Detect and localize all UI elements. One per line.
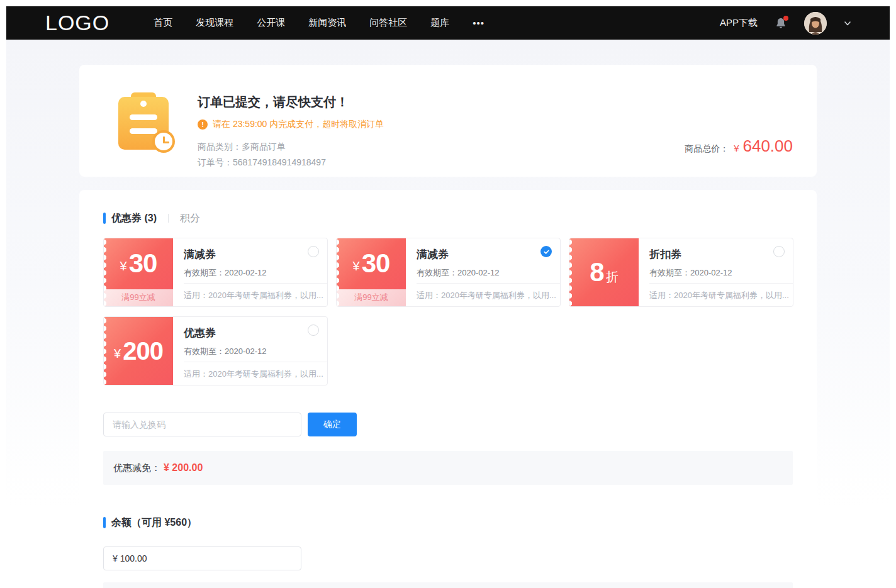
section-accent-bar: [103, 517, 106, 528]
coupon-stub: 8 折: [569, 238, 639, 306]
navbar-right: APP下载: [720, 12, 852, 35]
total-label: 商品总价：: [685, 143, 729, 155]
coupon-expiry: 有效期至：2020-02-12: [184, 267, 317, 279]
coupon-radio-selected[interactable]: [540, 246, 552, 257]
discount-label: 优惠减免：: [113, 462, 160, 474]
order-no-label: 订单号：: [198, 157, 233, 167]
balance-section-header: 余额（可用 ¥560）: [103, 516, 793, 530]
coupon-info: 优惠券 有效期至：2020-02-12 适用：2020年考研专属福利券，以用..…: [173, 317, 327, 385]
coupon-currency: ¥: [120, 259, 127, 274]
nav-item-open-classes[interactable]: 公开课: [257, 17, 285, 29]
nav-item-qa-community[interactable]: 问答社区: [369, 17, 407, 29]
logo[interactable]: LOGO: [45, 11, 109, 35]
coupon-radio[interactable]: [308, 246, 319, 257]
tab-points[interactable]: 积分: [180, 212, 200, 225]
coupon-expiry: 有效期至：2020-02-12: [417, 267, 550, 279]
coupon-title: 满减券: [417, 247, 550, 262]
coupon-expiry: 有效期至：2020-02-12: [184, 346, 317, 357]
warning-icon: !: [198, 119, 208, 130]
coupon-card-2[interactable]: ¥ 30 满99立减 满减券 有效期至：2020-02-12 适用：2020年考: [336, 238, 561, 307]
expiry-label: 有效期至：: [184, 268, 225, 277]
notification-bell-icon[interactable]: [774, 16, 788, 30]
notification-dot: [783, 16, 788, 21]
redeem-code-input[interactable]: [103, 413, 301, 436]
coupon-scope: 适用：2020年考研专属福利券，以用...: [184, 362, 327, 385]
coupon-amount: 200: [123, 337, 163, 365]
nav-links: 首页 发现课程 公开课 新闻资讯 问答社区 题库 •••: [154, 17, 484, 29]
expiry-date: 2020-02-12: [225, 268, 267, 277]
coupon-amount: 30: [129, 248, 157, 279]
coupon-condition-badge: 满99立减: [337, 289, 406, 306]
tab-coupons[interactable]: 优惠券 (3): [111, 212, 157, 225]
next-summary-bar: [103, 582, 793, 588]
order-status-title: 订单已提交，请尽快支付！: [198, 94, 384, 111]
balance-amount-input[interactable]: [103, 546, 301, 570]
coupon-amount: 8: [590, 257, 603, 287]
nav-item-home[interactable]: 首页: [154, 17, 172, 29]
coupon-title: 满减券: [184, 247, 317, 262]
coupon-radio[interactable]: [308, 325, 319, 336]
coupon-card-1[interactable]: ¥ 30 满99立减 满减券 有效期至：2020-02-12 适用：2020年考: [103, 238, 328, 307]
coupon-title: 优惠券: [184, 326, 317, 340]
section-accent-bar: [103, 213, 106, 224]
app-download-link[interactable]: APP下载: [720, 17, 758, 29]
payment-deadline-warning: ! 请在 23:59:00 内完成支付，超时将取消订单: [198, 119, 384, 130]
order-summary-card: 订单已提交，请尽快支付！ ! 请在 23:59:00 内完成支付，超时将取消订单…: [79, 65, 817, 177]
order-total: 商品总价： ¥ 640.00: [685, 136, 793, 156]
discount-amount: ¥ 200.00: [164, 462, 203, 474]
nav-item-question-bank[interactable]: 题库: [430, 17, 449, 29]
coupon-currency: ¥: [114, 347, 121, 361]
coupon-stub: ¥ 30 满99立减: [337, 238, 406, 306]
coupon-grid: ¥ 30 满99立减 满减券 有效期至：2020-02-12 适用：2020年考: [103, 238, 793, 386]
discount-summary-bar: 优惠减免： ¥ 200.00: [103, 451, 793, 485]
coupon-card-3[interactable]: 8 折 折扣券 有效期至：2020-02-12 适用：2020年考研专属福利券，…: [569, 238, 793, 307]
expiry-date: 2020-02-12: [690, 268, 732, 277]
user-avatar[interactable]: [804, 12, 827, 35]
coupon-info: 满减券 有效期至：2020-02-12 适用：2020年考研专属福利券，以用..…: [173, 238, 327, 306]
category-label: 商品类别：: [198, 141, 242, 152]
coupon-stub: ¥ 30 满99立减: [104, 238, 173, 306]
coupon-amount: 30: [362, 248, 390, 279]
coupon-scope: 适用：2020年考研专属福利券，以用...: [417, 283, 560, 306]
tab-divider: [168, 214, 169, 223]
coupon-scope: 适用：2020年考研专属福利券，以用...: [649, 283, 793, 306]
coupon-condition-badge: 满99立减: [104, 289, 173, 306]
coupon-stub: ¥ 200: [104, 317, 173, 385]
coupon-currency: ¥: [353, 259, 360, 274]
nav-item-news[interactable]: 新闻资讯: [308, 17, 346, 29]
order-no-value: 5681749184914918497: [233, 157, 326, 167]
redeem-code-row: 确定: [103, 413, 793, 436]
order-clipboard-icon: [117, 92, 170, 150]
coupon-card-4[interactable]: ¥ 200 优惠券 有效期至：2020-02-12 适用：2020年考研专属福利…: [103, 316, 328, 386]
expiry-date: 2020-02-12: [225, 347, 267, 356]
expiry-label: 有效期至：: [417, 268, 457, 277]
total-amount: 640.00: [742, 136, 793, 156]
coupon-unit: 折: [606, 269, 619, 286]
coupon-title: 折扣券: [649, 247, 783, 262]
page-content: 订单已提交，请尽快支付！ ! 请在 23:59:00 内完成支付，超时将取消订单…: [6, 40, 890, 588]
category-value: 多商品订单: [242, 141, 286, 152]
coupon-expiry: 有效期至：2020-02-12: [649, 267, 783, 279]
balance-title: 余额（可用 ¥560）: [111, 516, 197, 530]
payment-options-card: 优惠券 (3) 积分 ¥ 30 满99立减: [79, 190, 817, 588]
coupon-info: 满减券 有效期至：2020-02-12 适用：2020年考研专属福利券，以用..…: [406, 238, 560, 306]
nav-item-discover-courses[interactable]: 发现课程: [196, 17, 233, 29]
expiry-date: 2020-02-12: [457, 268, 500, 277]
expiry-label: 有效期至：: [184, 347, 225, 356]
order-number-row: 订单号：5681749184914918497: [198, 155, 384, 170]
chevron-down-icon[interactable]: [843, 19, 852, 28]
coupon-info: 折扣券 有效期至：2020-02-12 适用：2020年考研专属福利券，以用..…: [639, 238, 793, 306]
total-currency: ¥: [734, 143, 739, 153]
coupon-tabs: 优惠券 (3) 积分: [103, 211, 793, 225]
top-navbar: LOGO 首页 发现课程 公开课 新闻资讯 问答社区 题库 ••• APP下载: [6, 6, 890, 40]
page: LOGO 首页 发现课程 公开课 新闻资讯 问答社区 题库 ••• APP下载: [6, 6, 890, 588]
order-category-row: 商品类别：多商品订单: [198, 139, 384, 155]
clock-icon: [152, 130, 175, 153]
expiry-label: 有效期至：: [649, 268, 690, 277]
coupon-scope: 适用：2020年考研专属福利券，以用...: [184, 283, 327, 306]
coupon-radio[interactable]: [773, 246, 785, 257]
redeem-confirm-button[interactable]: 确定: [308, 413, 357, 436]
more-menu-icon[interactable]: •••: [473, 18, 484, 28]
deadline-text: 请在 23:59:00 内完成支付，超时将取消订单: [213, 119, 384, 130]
